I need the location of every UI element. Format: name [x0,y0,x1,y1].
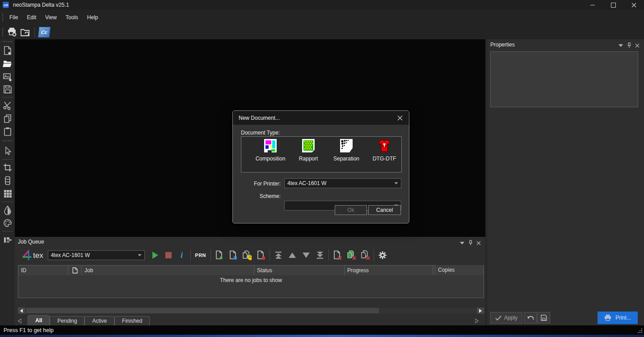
properties-panel: Properties Apply [487,39,644,325]
cancel-button[interactable]: Cancel [368,205,401,215]
job-info-button[interactable]: i [176,249,188,261]
move-up-icon [289,253,296,258]
sidebar-grip[interactable] [3,41,12,42]
ok-button[interactable]: Ok [335,205,367,215]
scroll-right-button[interactable] [477,308,484,314]
tab-pending[interactable]: Pending [50,316,84,325]
column-header-type[interactable] [68,265,82,275]
menu-view[interactable]: View [41,13,61,22]
move-top-button[interactable] [273,249,284,261]
move-bottom-button[interactable] [314,249,326,261]
sidebar-separator-3 [2,202,13,202]
resize-grip[interactable] [638,329,642,333]
pin-icon[interactable] [627,42,631,48]
scroll-left-button[interactable] [18,308,25,314]
toolbar-separator [34,27,35,37]
move-up-button[interactable] [286,249,298,261]
color-tool-button[interactable] [3,218,13,228]
dialog-close-icon[interactable] [397,115,403,121]
delete-all-button[interactable] [359,249,371,261]
print-icon [604,315,611,321]
print-button[interactable]: Print... [598,312,638,324]
dialog-title: New Document... [239,115,280,121]
jq-menu-icon[interactable] [460,242,464,244]
save-scheme-button[interactable] [537,312,550,324]
roll-icon [3,176,13,185]
tabs-scroll-right-icon[interactable] [475,319,479,323]
color-correction-button[interactable]: Cc [38,26,51,38]
menu-help[interactable]: Help [83,13,103,22]
jq-close-icon[interactable] [476,241,481,245]
column-header-progress[interactable]: Progress [345,265,433,275]
move-down-button[interactable] [300,249,312,261]
printer-setup-button[interactable] [5,26,18,38]
column-header-copies[interactable]: Copies [435,265,484,275]
cc-icon: Cc [38,27,51,38]
queue-settings-button[interactable] [377,249,388,261]
column-header-status[interactable]: Status [254,265,345,275]
type-composition[interactable]: Composition [251,138,290,162]
new-document-button[interactable] [3,46,13,55]
job-stop-icon [256,250,266,260]
crop-icon [3,163,13,173]
cut-button[interactable] [3,101,13,110]
media-roll-button[interactable] [3,176,13,185]
jq-sep-4 [328,249,329,261]
type-dtg-dtf[interactable]: DTG-DTF [365,138,404,162]
undo-button[interactable] [524,312,537,324]
delete-job-button[interactable] [332,249,343,261]
queue-hscrollbar[interactable] [18,308,484,314]
jq-sep-1 [190,249,191,261]
open-file-button[interactable] [3,59,13,68]
add-image-button[interactable] [3,72,13,82]
tabs-scroll-left-icon[interactable] [18,319,21,323]
apply-button[interactable]: Apply [490,312,522,324]
stop-job-button[interactable] [255,249,267,261]
grid-layout-button[interactable] [3,189,13,198]
column-header-job[interactable]: Job [82,265,254,275]
type-separation[interactable]: Separation [327,138,366,162]
open-folder-sync-button[interactable] [19,26,31,38]
printer-select[interactable]: 4tex AC-1601 W [284,178,401,188]
queue-printer-select[interactable]: 4tex AC-1601 W [48,250,145,260]
tab-active[interactable]: Active [84,316,114,325]
menu-file[interactable]: File [5,13,22,22]
4tex-logo-icon [21,250,33,261]
menubar-grip[interactable] [2,13,3,21]
sidebar-grip-2[interactable] [3,140,12,141]
scrollbar-thumb[interactable] [26,308,379,313]
hold-jobs-button[interactable] [241,249,253,261]
column-header-id[interactable]: ID [18,265,68,275]
queue-start-button[interactable] [149,249,161,261]
scheme-label: Scheme: [238,193,281,199]
jq-sep-2 [210,249,211,261]
pause-job-button[interactable] [227,249,239,261]
type-separation-label: Separation [333,156,359,162]
dialog-title-bar[interactable]: New Document... [233,111,409,125]
delete-all-icon [360,250,370,260]
ink-tool-button[interactable] [3,205,13,215]
paste-button[interactable] [3,126,13,136]
delete-finished-button[interactable] [345,249,357,261]
prn-button[interactable]: PRN [194,249,208,261]
maximize-button[interactable] [603,0,623,10]
jq-pin-icon[interactable] [468,240,473,246]
print-label: Print... [615,315,631,321]
select-tool-button[interactable] [3,146,13,156]
menu-tools[interactable]: Tools [61,13,83,22]
dock-panel-button[interactable] [3,235,13,245]
tab-finished[interactable]: Finished [114,316,150,325]
copy-button[interactable] [3,114,13,123]
minimize-button[interactable] [582,0,603,10]
tab-all[interactable]: All [28,315,50,325]
save-button[interactable] [3,84,13,94]
panel-close-icon[interactable] [635,43,640,48]
menu-edit[interactable]: Edit [22,13,41,22]
crop-tool-button[interactable] [3,163,13,173]
type-rapport[interactable]: Rapport [289,138,328,162]
queue-stop-button[interactable] [163,249,174,261]
start-job-button[interactable] [214,249,225,261]
close-button[interactable] [623,0,644,10]
toolbar-grip[interactable] [2,28,3,36]
panel-menu-icon[interactable] [619,44,623,47]
